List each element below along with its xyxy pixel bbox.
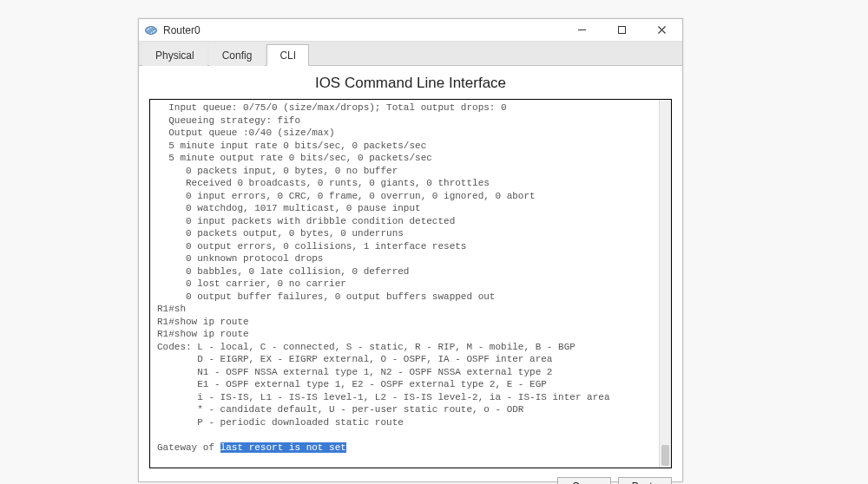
- window-controls: [569, 23, 677, 38]
- titlebar: Router0: [139, 19, 682, 42]
- window-title: Router0: [163, 24, 201, 36]
- paste-button[interactable]: Paste: [618, 477, 672, 484]
- svg-rect-2: [618, 27, 625, 34]
- tab-bar: Physical Config CLI: [139, 42, 682, 66]
- scroll-thumb[interactable]: [661, 445, 669, 466]
- maximize-button[interactable]: [609, 23, 634, 38]
- terminal[interactable]: Input queue: 0/75/0 (size/max/drops); To…: [150, 100, 659, 468]
- copy-button[interactable]: Copy: [557, 477, 611, 484]
- minimize-button[interactable]: [569, 23, 594, 38]
- app-window: Router0 Physical Config CLI IOS Command …: [138, 18, 683, 482]
- tab-cli[interactable]: CLI: [266, 44, 309, 66]
- button-row: Copy Paste: [139, 472, 682, 484]
- terminal-container: Input queue: 0/75/0 (size/max/drops); To…: [149, 99, 672, 468]
- cli-heading: IOS Command Line Interface: [139, 66, 682, 97]
- close-button[interactable]: [649, 23, 674, 38]
- router-icon: [144, 23, 158, 37]
- tab-config[interactable]: Config: [209, 44, 266, 66]
- tab-physical[interactable]: Physical: [142, 44, 207, 66]
- scrollbar[interactable]: [659, 100, 671, 468]
